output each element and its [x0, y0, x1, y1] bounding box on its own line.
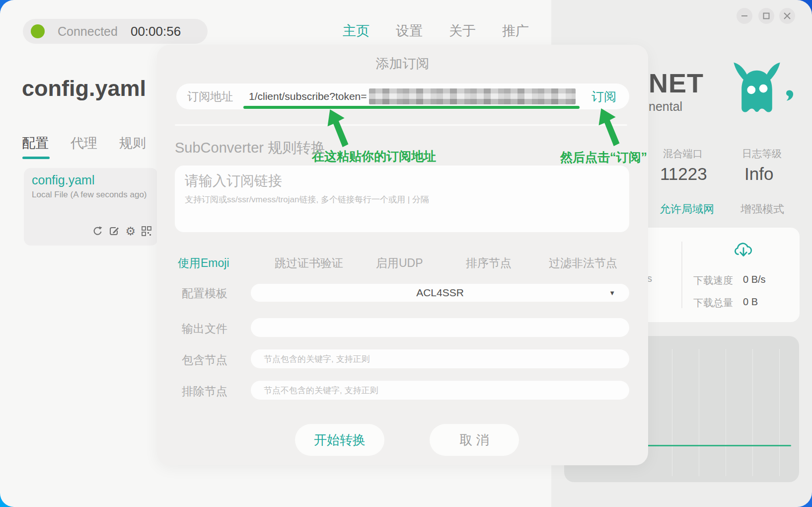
include-nodes-label: 包含节点 [182, 352, 227, 368]
option-sort-nodes[interactable]: 排序节点 [466, 255, 512, 271]
arrow-up-icon [325, 109, 352, 148]
option-enable-udp[interactable]: 启用UDP [376, 255, 423, 271]
nav-tab-promo[interactable]: 推广 [502, 22, 529, 40]
status-timer: 00:00:56 [131, 24, 181, 39]
allow-lan-toggle[interactable]: 允许局域网 [660, 202, 714, 217]
edit-icon[interactable] [109, 226, 120, 237]
exclude-nodes-label: 排除节点 [182, 384, 227, 399]
subscription-links-textarea[interactable]: 请输入订阅链接 支持订阅或ss/ssr/vmess/trojan链接, 多个链接… [175, 166, 629, 232]
mixed-port-value: 11223 [660, 164, 707, 184]
nav-tab-settings[interactable]: 设置 [396, 22, 423, 40]
connection-status-pill: Connected 00:00:56 [23, 19, 208, 44]
desktop: NET nental 混合端口 日志等级 11223 Info 允许局域网 增强… [0, 0, 812, 507]
mixed-port-label: 混合端口 [663, 147, 703, 161]
start-convert-button[interactable]: 开始转换 [295, 424, 384, 456]
url-field-underline [243, 106, 580, 109]
modal-title: 添加订阅 [157, 55, 648, 73]
log-level-label: 日志等级 [742, 147, 782, 161]
chevron-down-icon: ▼ [609, 289, 615, 297]
log-level-value: Info [744, 164, 773, 184]
card-divider [681, 242, 682, 308]
ghost-logo-icon [729, 60, 785, 119]
profile-name: config.yaml [32, 173, 94, 187]
template-label: 配置模板 [182, 286, 227, 301]
cloud-download-icon [733, 241, 754, 260]
include-nodes-input[interactable]: 节点包含的关键字, 支持正则 [251, 349, 629, 368]
minimize-icon [740, 12, 748, 20]
tab-rules[interactable]: 规则 [119, 134, 146, 152]
active-tab-underline [22, 157, 50, 159]
profile-actions: ⚙ [92, 226, 152, 237]
paste-hint-annotation: 在这粘贴你的订阅地址 [312, 148, 436, 165]
status-dot-icon [31, 24, 45, 38]
nav-tab-home[interactable]: 主页 [343, 22, 369, 40]
sidebar-tabs: 配置 代理 规则 [22, 134, 146, 152]
brand-subtitle-fragment: nental [649, 99, 682, 114]
exclude-nodes-placeholder: 节点不包含的关键字, 支持正则 [264, 385, 378, 396]
output-file-label: 输出文件 [182, 321, 227, 337]
status-label: Connected [58, 24, 118, 39]
download-total-label: 下载总量 [693, 296, 733, 310]
subscription-url-label: 订阅地址 [187, 89, 233, 104]
subconverter-heading: SubConverter 规则转换 [175, 138, 325, 158]
subscribe-button[interactable]: 订阅 [591, 88, 616, 105]
qrcode-icon[interactable] [141, 226, 152, 237]
profile-meta: Local File (A few seconds ago) [32, 190, 147, 200]
ghost-comma-icon [785, 89, 794, 101]
exclude-nodes-input[interactable]: 节点不包含的关键字, 支持正则 [251, 381, 629, 400]
option-filter-illegal-nodes[interactable]: 过滤非法节点 [549, 255, 617, 271]
refresh-icon[interactable] [92, 226, 103, 237]
option-skip-cert-verify[interactable]: 跳过证书验证 [275, 255, 343, 271]
top-nav: 主页 设置 关于 推广 [343, 22, 529, 40]
profile-card[interactable]: config.yaml Local File (A few seconds ag… [24, 168, 158, 246]
gear-icon[interactable]: ⚙ [125, 226, 136, 237]
page-title: config.yaml [22, 76, 146, 101]
close-icon [783, 12, 791, 20]
blurred-token [369, 88, 576, 104]
include-nodes-placeholder: 节点包含的关键字, 支持正则 [264, 353, 369, 365]
chart-gridlines [672, 349, 783, 476]
close-button[interactable] [779, 8, 795, 24]
nav-tab-about[interactable]: 关于 [449, 22, 476, 40]
maximize-icon [762, 12, 770, 20]
tab-proxies[interactable]: 代理 [71, 134, 97, 152]
arrow-up-icon [596, 108, 623, 147]
textarea-placeholder-2: 支持订阅或ss/ssr/vmess/trojan链接, 多个链接每行一个或用 |… [185, 194, 619, 205]
enhanced-mode-toggle[interactable]: 增强模式 [740, 202, 784, 217]
textarea-placeholder-1: 请输入订阅链接 [185, 171, 619, 190]
maximize-button[interactable] [758, 8, 774, 24]
section-divider [175, 124, 627, 126]
minimize-button[interactable] [737, 8, 752, 24]
tab-profiles[interactable]: 配置 [22, 134, 49, 152]
add-subscription-modal: 添加订阅 订阅地址 1/client/subscribe?token= 订阅 在… [157, 45, 648, 465]
template-select[interactable]: ACL4SSR ▼ [251, 284, 629, 302]
brand-title-fragment: NET [649, 68, 704, 98]
option-use-emoji[interactable]: 使用Emoji [178, 255, 229, 271]
download-speed-value: 0 B/s [743, 274, 766, 285]
output-file-input[interactable] [251, 318, 629, 337]
download-total-value: 0 B [743, 296, 758, 308]
template-value: ACL4SSR [251, 287, 629, 299]
subscription-url-value: 1/client/subscribe?token= [249, 90, 367, 102]
cancel-button[interactable]: 取 消 [430, 424, 519, 456]
download-speed-label: 下载速度 [693, 274, 733, 287]
